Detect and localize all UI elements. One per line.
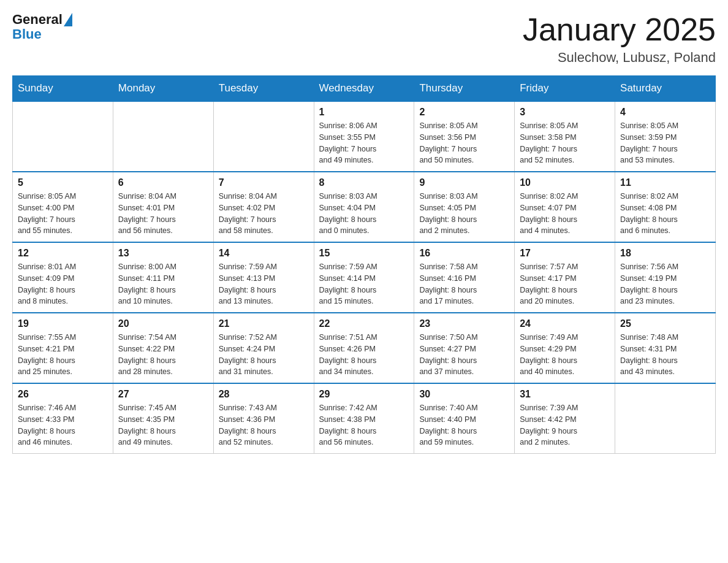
table-row: 23Sunrise: 7:50 AM Sunset: 4:27 PM Dayli… <box>414 313 515 383</box>
page-header: General Blue January 2025 Sulechow, Lubu… <box>12 12 716 66</box>
day-number: 14 <box>219 248 309 259</box>
day-number: 10 <box>520 177 610 188</box>
day-number: 8 <box>319 177 409 188</box>
col-monday: Monday <box>113 76 213 102</box>
table-row: 24Sunrise: 7:49 AM Sunset: 4:29 PM Dayli… <box>515 313 615 383</box>
day-info: Sunrise: 7:56 AM Sunset: 4:19 PM Dayligh… <box>620 261 710 307</box>
day-info: Sunrise: 7:43 AM Sunset: 4:36 PM Dayligh… <box>219 402 309 448</box>
table-row: 3Sunrise: 8:05 AM Sunset: 3:58 PM Daylig… <box>515 101 615 172</box>
day-number: 27 <box>118 389 208 400</box>
day-number: 29 <box>319 389 409 400</box>
table-row: 10Sunrise: 8:02 AM Sunset: 4:07 PM Dayli… <box>515 172 615 242</box>
table-row: 11Sunrise: 8:02 AM Sunset: 4:08 PM Dayli… <box>615 172 716 242</box>
day-info: Sunrise: 8:05 AM Sunset: 3:56 PM Dayligh… <box>419 120 509 166</box>
day-info: Sunrise: 8:03 AM Sunset: 4:05 PM Dayligh… <box>419 191 509 237</box>
col-thursday: Thursday <box>414 76 515 102</box>
day-info: Sunrise: 8:02 AM Sunset: 4:07 PM Dayligh… <box>520 191 610 237</box>
day-info: Sunrise: 7:51 AM Sunset: 4:26 PM Dayligh… <box>319 332 409 378</box>
table-row: 27Sunrise: 7:45 AM Sunset: 4:35 PM Dayli… <box>113 383 213 454</box>
day-info: Sunrise: 8:06 AM Sunset: 3:55 PM Dayligh… <box>319 120 409 166</box>
calendar-week-row: 12Sunrise: 8:01 AM Sunset: 4:09 PM Dayli… <box>13 242 716 313</box>
col-tuesday: Tuesday <box>213 76 314 102</box>
location-subtitle: Sulechow, Lubusz, Poland <box>523 50 716 66</box>
table-row: 17Sunrise: 7:57 AM Sunset: 4:17 PM Dayli… <box>515 242 615 313</box>
day-info: Sunrise: 8:04 AM Sunset: 4:01 PM Dayligh… <box>118 191 208 237</box>
table-row: 14Sunrise: 7:59 AM Sunset: 4:13 PM Dayli… <box>213 242 314 313</box>
day-info: Sunrise: 8:02 AM Sunset: 4:08 PM Dayligh… <box>620 191 710 237</box>
day-info: Sunrise: 8:05 AM Sunset: 3:58 PM Dayligh… <box>520 120 610 166</box>
calendar-table: Sunday Monday Tuesday Wednesday Thursday… <box>12 75 716 454</box>
day-number: 31 <box>520 389 610 400</box>
title-block: January 2025 Sulechow, Lubusz, Poland <box>523 12 716 66</box>
day-number: 9 <box>419 177 509 188</box>
day-number: 13 <box>118 248 208 259</box>
table-row: 16Sunrise: 7:58 AM Sunset: 4:16 PM Dayli… <box>414 242 515 313</box>
logo-triangle-icon <box>64 13 72 26</box>
month-title: January 2025 <box>523 12 716 47</box>
day-info: Sunrise: 8:01 AM Sunset: 4:09 PM Dayligh… <box>18 261 108 307</box>
day-number: 16 <box>419 248 509 259</box>
table-row: 5Sunrise: 8:05 AM Sunset: 4:00 PM Daylig… <box>13 172 113 242</box>
table-row: 22Sunrise: 7:51 AM Sunset: 4:26 PM Dayli… <box>314 313 414 383</box>
calendar-header-row: Sunday Monday Tuesday Wednesday Thursday… <box>13 76 716 102</box>
day-info: Sunrise: 7:55 AM Sunset: 4:21 PM Dayligh… <box>18 332 108 378</box>
day-info: Sunrise: 7:42 AM Sunset: 4:38 PM Dayligh… <box>319 402 409 448</box>
table-row: 29Sunrise: 7:42 AM Sunset: 4:38 PM Dayli… <box>314 383 414 454</box>
day-number: 5 <box>18 177 108 188</box>
table-row <box>13 101 113 172</box>
table-row: 4Sunrise: 8:05 AM Sunset: 3:59 PM Daylig… <box>615 101 716 172</box>
table-row: 18Sunrise: 7:56 AM Sunset: 4:19 PM Dayli… <box>615 242 716 313</box>
day-info: Sunrise: 7:58 AM Sunset: 4:16 PM Dayligh… <box>419 261 509 307</box>
day-info: Sunrise: 7:46 AM Sunset: 4:33 PM Dayligh… <box>18 402 108 448</box>
table-row: 26Sunrise: 7:46 AM Sunset: 4:33 PM Dayli… <box>13 383 113 454</box>
day-info: Sunrise: 8:05 AM Sunset: 3:59 PM Dayligh… <box>620 120 710 166</box>
table-row: 28Sunrise: 7:43 AM Sunset: 4:36 PM Dayli… <box>213 383 314 454</box>
col-saturday: Saturday <box>615 76 716 102</box>
day-info: Sunrise: 7:40 AM Sunset: 4:40 PM Dayligh… <box>419 402 509 448</box>
day-info: Sunrise: 7:39 AM Sunset: 4:42 PM Dayligh… <box>520 402 610 448</box>
table-row: 15Sunrise: 7:59 AM Sunset: 4:14 PM Dayli… <box>314 242 414 313</box>
day-info: Sunrise: 8:03 AM Sunset: 4:04 PM Dayligh… <box>319 191 409 237</box>
calendar-week-row: 5Sunrise: 8:05 AM Sunset: 4:00 PM Daylig… <box>13 172 716 242</box>
day-number: 17 <box>520 248 610 259</box>
day-number: 1 <box>319 107 409 118</box>
day-info: Sunrise: 7:49 AM Sunset: 4:29 PM Dayligh… <box>520 332 610 378</box>
table-row <box>213 101 314 172</box>
day-number: 21 <box>219 318 309 329</box>
table-row: 19Sunrise: 7:55 AM Sunset: 4:21 PM Dayli… <box>13 313 113 383</box>
day-number: 20 <box>118 318 208 329</box>
calendar-week-row: 26Sunrise: 7:46 AM Sunset: 4:33 PM Dayli… <box>13 383 716 454</box>
day-number: 25 <box>620 318 710 329</box>
day-info: Sunrise: 7:48 AM Sunset: 4:31 PM Dayligh… <box>620 332 710 378</box>
day-number: 18 <box>620 248 710 259</box>
day-number: 6 <box>118 177 208 188</box>
table-row: 30Sunrise: 7:40 AM Sunset: 4:40 PM Dayli… <box>414 383 515 454</box>
day-info: Sunrise: 7:54 AM Sunset: 4:22 PM Dayligh… <box>118 332 208 378</box>
table-row <box>113 101 213 172</box>
day-number: 2 <box>419 107 509 118</box>
col-friday: Friday <box>515 76 615 102</box>
table-row: 31Sunrise: 7:39 AM Sunset: 4:42 PM Dayli… <box>515 383 615 454</box>
day-info: Sunrise: 8:05 AM Sunset: 4:00 PM Dayligh… <box>18 191 108 237</box>
day-number: 26 <box>18 389 108 400</box>
logo-general-text: General <box>12 12 63 27</box>
day-number: 23 <box>419 318 509 329</box>
day-number: 4 <box>620 107 710 118</box>
table-row: 25Sunrise: 7:48 AM Sunset: 4:31 PM Dayli… <box>615 313 716 383</box>
day-number: 12 <box>18 248 108 259</box>
day-number: 24 <box>520 318 610 329</box>
day-number: 7 <box>219 177 309 188</box>
table-row: 2Sunrise: 8:05 AM Sunset: 3:56 PM Daylig… <box>414 101 515 172</box>
day-info: Sunrise: 7:57 AM Sunset: 4:17 PM Dayligh… <box>520 261 610 307</box>
day-info: Sunrise: 8:04 AM Sunset: 4:02 PM Dayligh… <box>219 191 309 237</box>
day-number: 30 <box>419 389 509 400</box>
day-number: 3 <box>520 107 610 118</box>
day-info: Sunrise: 7:59 AM Sunset: 4:13 PM Dayligh… <box>219 261 309 307</box>
calendar-week-row: 19Sunrise: 7:55 AM Sunset: 4:21 PM Dayli… <box>13 313 716 383</box>
table-row: 1Sunrise: 8:06 AM Sunset: 3:55 PM Daylig… <box>314 101 414 172</box>
col-sunday: Sunday <box>13 76 113 102</box>
table-row: 9Sunrise: 8:03 AM Sunset: 4:05 PM Daylig… <box>414 172 515 242</box>
logo: General Blue <box>12 12 72 42</box>
table-row: 7Sunrise: 8:04 AM Sunset: 4:02 PM Daylig… <box>213 172 314 242</box>
day-info: Sunrise: 7:59 AM Sunset: 4:14 PM Dayligh… <box>319 261 409 307</box>
